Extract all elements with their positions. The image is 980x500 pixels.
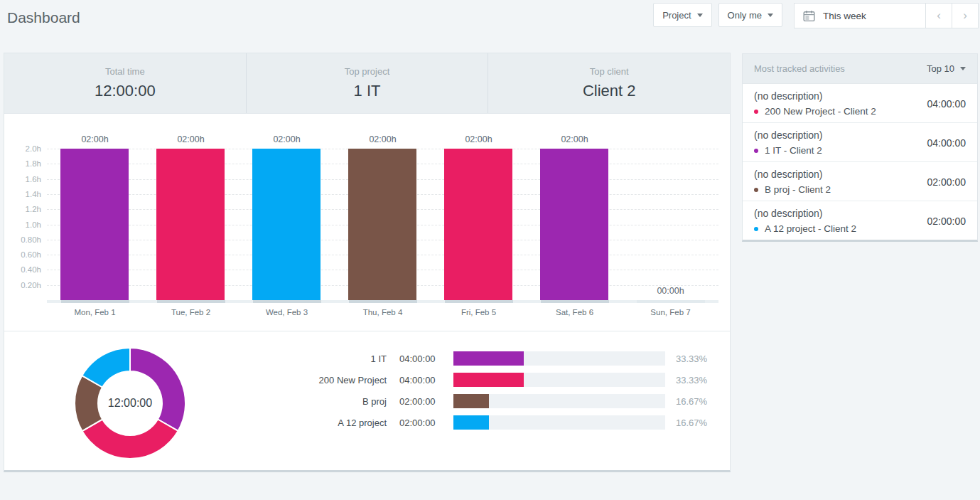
donut-center-label: 12:00:00 bbox=[73, 346, 187, 460]
chevron-down-icon bbox=[960, 67, 966, 70]
project-bar-fill bbox=[453, 415, 489, 430]
summary-label: Total time bbox=[4, 66, 246, 77]
chevron-right-icon: › bbox=[963, 9, 967, 23]
bar-value-label: 02:00h bbox=[335, 134, 431, 144]
project-percent: 16.67% bbox=[676, 417, 707, 428]
project-percent: 33.33% bbox=[676, 375, 707, 385]
activity-item: (no description)A 12 project - Client 20… bbox=[743, 201, 977, 240]
bar-value-label: 02:00h bbox=[431, 134, 527, 144]
y-axis-tick: 0.20h bbox=[21, 281, 41, 289]
bar-value-label: 02:00h bbox=[239, 134, 335, 144]
date-range-label: This week bbox=[823, 11, 866, 21]
project-bar-fill bbox=[453, 351, 524, 366]
summary-value: 1 IT bbox=[247, 82, 488, 100]
activity-text: (no description)A 12 project - Client 2 bbox=[754, 208, 856, 234]
project-color-dot bbox=[754, 110, 758, 114]
baseline-segment bbox=[445, 300, 513, 303]
x-axis-label: Wed, Feb 3 bbox=[239, 308, 335, 317]
project-percent: 33.33% bbox=[676, 353, 707, 364]
y-axis-tick: 1.0h bbox=[26, 220, 41, 229]
bar-column: 02:00h bbox=[47, 149, 143, 300]
next-period-button[interactable]: › bbox=[952, 3, 979, 28]
project-name: B proj bbox=[303, 396, 387, 407]
x-axis-label: Sun, Feb 7 bbox=[623, 308, 718, 317]
project-name: 200 New Project bbox=[303, 375, 387, 385]
summary-label: Top project bbox=[247, 66, 488, 77]
chevron-down-icon bbox=[697, 14, 703, 17]
activity-text: (no description)B proj - Client 2 bbox=[754, 169, 831, 195]
bar bbox=[156, 149, 225, 300]
project-color-dot bbox=[754, 227, 758, 231]
activity-item: (no description)1 IT - Client 204:00:00 bbox=[743, 123, 977, 162]
bar-column: 02:00h bbox=[431, 149, 527, 300]
activity-project: A 12 project - Client 2 bbox=[765, 223, 856, 234]
x-axis-label: Tue, Feb 2 bbox=[143, 308, 239, 317]
activity-text: (no description)200 New Project - Client… bbox=[754, 90, 876, 117]
activity-text: (no description)1 IT - Client 2 bbox=[754, 129, 823, 156]
bar-value-label: 02:00h bbox=[143, 134, 239, 144]
project-bar-track bbox=[453, 373, 665, 387]
project-row: B proj02:00:0016.67% bbox=[303, 390, 707, 412]
bar-column: 02:00h bbox=[143, 149, 239, 300]
project-bar-track bbox=[453, 394, 665, 408]
donut-chart: 12:00:00 bbox=[73, 346, 187, 460]
activity-project: 1 IT - Client 2 bbox=[765, 145, 822, 156]
chevron-down-icon bbox=[768, 14, 773, 17]
bar-column: 02:00h bbox=[239, 149, 335, 300]
bar-plot: 02:00h02:00h02:00h02:00h02:00h02:00h00:0… bbox=[47, 149, 718, 300]
project-row: 1 IT04:00:0033.33% bbox=[303, 348, 707, 369]
activity-item: (no description)B proj - Client 202:00:0… bbox=[743, 162, 977, 201]
project-row: 200 New Project04:00:0033.33% bbox=[303, 369, 707, 390]
baseline-segment bbox=[541, 300, 609, 303]
project-filter-button[interactable]: Project bbox=[653, 3, 711, 27]
topbar: Dashboard Project Only me bbox=[0, 0, 980, 53]
project-bar-fill bbox=[453, 373, 524, 387]
y-axis-tick: 1.2h bbox=[26, 205, 41, 213]
y-axis-tick: 1.6h bbox=[26, 175, 41, 183]
activity-description: (no description) bbox=[754, 129, 823, 141]
project-duration: 04:00:00 bbox=[399, 353, 445, 364]
activity-description: (no description) bbox=[754, 208, 856, 219]
top-filter-label: Top 10 bbox=[927, 63, 954, 74]
chevron-left-icon: ‹ bbox=[937, 9, 941, 23]
activity-list: (no description)200 New Project - Client… bbox=[743, 84, 977, 240]
top-filter-dropdown[interactable]: Top 10 bbox=[927, 63, 966, 74]
baseline-segment bbox=[157, 300, 225, 303]
activity-project: B proj - Client 2 bbox=[765, 184, 831, 195]
baseline-segment bbox=[253, 300, 321, 303]
project-breakdown-section: 12:00:00 1 IT04:00:0033.33%200 New Proje… bbox=[4, 331, 730, 470]
y-axis-tick: 2.0h bbox=[26, 144, 41, 153]
x-axis-labels: Mon, Feb 1Tue, Feb 2Wed, Feb 3Thu, Feb 4… bbox=[47, 308, 718, 317]
activity-duration: 02:00:00 bbox=[927, 216, 966, 227]
y-axis-tick: 0.80h bbox=[21, 235, 41, 244]
project-color-dot bbox=[754, 149, 758, 153]
summary-card-top-project: Top project 1 IT bbox=[246, 53, 488, 113]
activity-duration: 02:00:00 bbox=[927, 176, 966, 188]
bar bbox=[540, 149, 608, 300]
content: Total time 12:00:00 Top project 1 IT Top… bbox=[0, 53, 980, 472]
activity-duration: 04:00:00 bbox=[927, 137, 966, 149]
baseline-segment bbox=[637, 300, 705, 303]
bar bbox=[252, 149, 321, 300]
x-axis-label: Thu, Feb 4 bbox=[335, 308, 431, 317]
date-range-picker[interactable]: This week bbox=[794, 3, 926, 28]
previous-period-button[interactable]: ‹ bbox=[926, 3, 952, 28]
bar bbox=[444, 149, 512, 300]
project-color-dot bbox=[754, 188, 758, 192]
project-row: A 12 project02:00:0016.67% bbox=[303, 412, 707, 433]
summary-label: Top client bbox=[488, 66, 730, 77]
project-bar-track bbox=[453, 415, 665, 430]
project-name: 1 IT bbox=[303, 353, 387, 364]
bar-column: 00:00h bbox=[623, 149, 718, 300]
project-percent: 16.67% bbox=[676, 396, 707, 407]
y-axis-tick: 1.4h bbox=[26, 190, 41, 198]
summary-strip: Total time 12:00:00 Top project 1 IT Top… bbox=[4, 53, 730, 114]
project-duration: 02:00:00 bbox=[399, 396, 445, 407]
sidebar-header: Most tracked activities Top 10 bbox=[743, 54, 977, 84]
project-rows: 1 IT04:00:0033.33%200 New Project04:00:0… bbox=[303, 346, 707, 470]
y-axis-tick: 1.8h bbox=[26, 159, 41, 168]
activity-project: 200 New Project - Client 2 bbox=[765, 106, 876, 117]
bar-value-label: 00:00h bbox=[623, 286, 718, 296]
user-filter-button[interactable]: Only me bbox=[718, 3, 782, 27]
bar bbox=[348, 149, 416, 300]
